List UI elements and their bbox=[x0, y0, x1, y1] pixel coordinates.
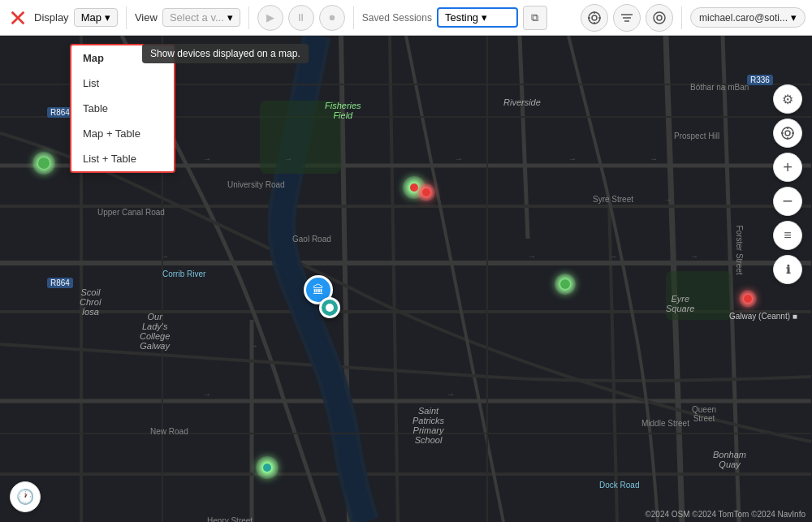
svg-point-48 bbox=[785, 131, 790, 136]
map-layers-button[interactable]: ≡ bbox=[773, 221, 802, 250]
svg-text:→: → bbox=[568, 154, 577, 163]
menu-item-list-table[interactable]: List + Table bbox=[71, 146, 174, 171]
svg-text:→: → bbox=[203, 390, 211, 399]
map-zoom-in-button[interactable]: + bbox=[773, 153, 802, 182]
record-button[interactable]: ⏺ bbox=[319, 5, 345, 31]
menu-item-map-table[interactable]: Map + Table bbox=[71, 121, 174, 146]
display-chevron-icon: ▾ bbox=[105, 11, 110, 24]
pause-button[interactable]: ⏸ bbox=[288, 5, 314, 31]
device-pin-teal[interactable] bbox=[319, 297, 340, 318]
device-pin-red-1[interactable] bbox=[417, 183, 435, 201]
user-email: michael.caro@soti... bbox=[699, 12, 788, 24]
display-value: Map bbox=[81, 11, 102, 24]
map-info-button[interactable]: ℹ bbox=[773, 255, 802, 284]
svg-text:→: → bbox=[690, 252, 698, 261]
svg-point-12 bbox=[657, 15, 662, 20]
map-copyright: ©2024 OSM ©2024 TomTom ©2024 NavInfo bbox=[645, 510, 806, 519]
svg-text:→: → bbox=[650, 154, 658, 163]
device-pin-3[interactable] bbox=[555, 274, 576, 295]
clock-button[interactable]: 🕐 bbox=[10, 481, 41, 512]
svg-line-14 bbox=[390, 36, 398, 522]
svg-rect-32 bbox=[260, 101, 341, 174]
saved-session-value: Testing bbox=[445, 11, 478, 24]
svg-text:↑: ↑ bbox=[250, 344, 259, 348]
view-label: View bbox=[135, 11, 158, 24]
display-dropdown-btn[interactable]: Map ▾ bbox=[74, 8, 118, 27]
svg-text:→: → bbox=[528, 252, 536, 261]
view-dropdown-btn[interactable]: Select a v... ▾ bbox=[162, 8, 240, 27]
svg-line-15 bbox=[520, 36, 528, 239]
map-zoom-out-button[interactable]: − bbox=[773, 187, 802, 216]
play-button[interactable]: ▶ bbox=[257, 5, 283, 31]
separator-4 bbox=[681, 6, 682, 29]
map-tooltip: Show devices displayed on a map. bbox=[142, 44, 309, 63]
svg-text:→: → bbox=[284, 154, 292, 163]
map-location-button[interactable] bbox=[773, 119, 802, 148]
svg-point-47 bbox=[782, 127, 793, 139]
target-button[interactable] bbox=[581, 4, 608, 32]
svg-point-3 bbox=[592, 15, 597, 20]
separator-2 bbox=[248, 6, 249, 29]
user-chevron-icon: ▾ bbox=[791, 11, 797, 24]
device-pin-red-2[interactable] bbox=[739, 290, 757, 308]
svg-text:→: → bbox=[455, 154, 463, 163]
toolbar: Display Map ▾ View Select a v... ▾ ▶ ⏸ ⏺… bbox=[0, 0, 812, 36]
app-logo[interactable] bbox=[6, 6, 29, 29]
map-settings-button[interactable]: ⚙ bbox=[773, 84, 802, 114]
user-menu[interactable]: michael.caro@soti... ▾ bbox=[690, 7, 806, 28]
display-label: Display bbox=[34, 11, 69, 24]
menu-item-table[interactable]: Table bbox=[71, 96, 174, 121]
separator-1 bbox=[126, 6, 127, 29]
svg-text:→: → bbox=[609, 252, 617, 261]
svg-text:→: → bbox=[447, 390, 455, 399]
svg-point-2 bbox=[589, 12, 600, 24]
svg-point-11 bbox=[654, 12, 665, 24]
svg-text:↑: ↑ bbox=[664, 198, 673, 202]
svg-text:→: → bbox=[203, 154, 211, 163]
saved-session-dropdown[interactable]: Testing ▾ bbox=[437, 7, 518, 28]
view-chevron-icon: ▾ bbox=[227, 11, 233, 24]
view-placeholder: Select a v... bbox=[170, 11, 224, 24]
device-pin-4[interactable] bbox=[256, 456, 279, 479]
separator-3 bbox=[353, 6, 354, 29]
saved-session-chevron-icon: ▾ bbox=[482, 11, 487, 24]
settings-header-button[interactable] bbox=[646, 4, 673, 32]
copy-session-button[interactable]: ⧉ bbox=[523, 6, 547, 30]
map-controls-panel: ⚙ + − ≡ ℹ bbox=[773, 84, 802, 284]
menu-item-list[interactable]: List bbox=[71, 71, 174, 96]
saved-sessions-label: Saved Sessions bbox=[362, 12, 432, 24]
filter-button[interactable] bbox=[613, 4, 641, 32]
svg-rect-33 bbox=[666, 271, 731, 320]
device-pin-1[interactable] bbox=[32, 152, 55, 175]
svg-text:↑: ↑ bbox=[161, 255, 170, 259]
